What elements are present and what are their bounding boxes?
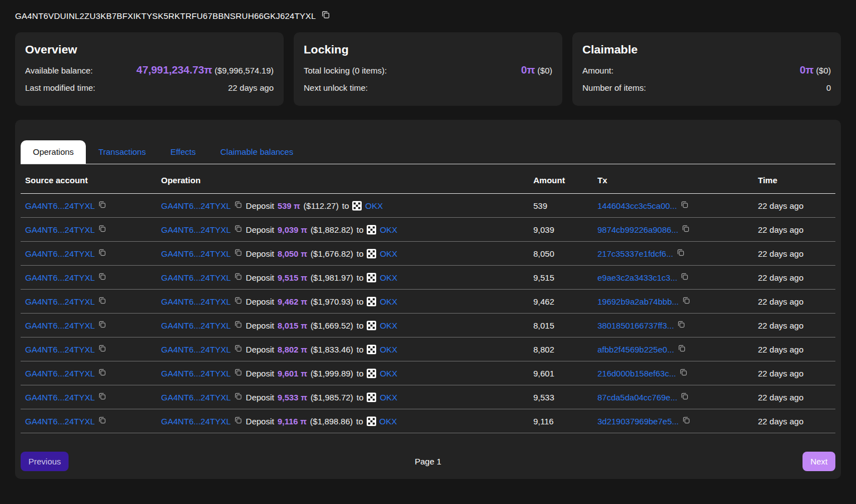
source-account-link[interactable]: GA4NT6...24TYXL [25,273,95,282]
operation-account-link[interactable]: GA4NT6...24TYXL [161,393,231,402]
tx-hash-link[interactable]: 217c35337e1fdcf6... [597,249,673,258]
okx-exchange-link[interactable]: OKX [380,393,397,402]
copy-source-button[interactable] [98,320,106,330]
copy-source-button[interactable] [98,416,106,426]
okx-exchange-link[interactable]: OKX [365,201,383,211]
operation-to-label: to [357,249,364,258]
copy-tx-button[interactable] [682,416,690,426]
operation-account-link[interactable]: GA4NT6...24TYXL [161,321,231,330]
locking-card: Locking Total locking (0 items): 0π ($0)… [294,32,562,106]
okx-logo-icon [367,297,376,306]
operation-account-link[interactable]: GA4NT6...24TYXL [161,201,231,211]
source-account-link[interactable]: GA4NT6...24TYXL [25,321,95,330]
copy-tx-button[interactable] [677,248,685,258]
okx-logo-icon [352,201,362,211]
operation-account-link[interactable]: GA4NT6...24TYXL [161,369,231,378]
tab-operations[interactable]: Operations [21,140,86,164]
tab-effects[interactable]: Effects [158,140,208,164]
amount-cell: 8,802 [533,337,597,361]
source-account-link[interactable]: GA4NT6...24TYXL [25,369,95,378]
copy-operation-account-button[interactable] [234,200,242,211]
operation-account-link[interactable]: GA4NT6...24TYXL [161,417,231,426]
available-balance-value: 47,991,234.73π ($9,996,574.19) [137,64,274,76]
source-account-link[interactable]: GA4NT6...24TYXL [25,393,95,402]
tx-hash-link[interactable]: 9874cb99226a9086... [597,225,678,234]
copy-operation-account-button[interactable] [234,224,242,234]
source-account-link[interactable]: GA4NT6...24TYXL [25,201,95,211]
amount-cell: 8,050 [533,242,597,266]
previous-page-button[interactable]: Previous [21,452,69,471]
copy-tx-button[interactable] [680,200,689,211]
copy-operation-account-button[interactable] [234,296,242,306]
okx-logo-icon [367,249,376,258]
operation-action-label: Deposit [246,201,274,211]
operation-account-link[interactable]: GA4NT6...24TYXL [161,249,231,258]
copy-icon [98,248,106,258]
copy-tx-button[interactable] [680,272,689,282]
okx-logo-icon [367,369,376,378]
copy-source-button[interactable] [98,272,106,282]
copy-icon [98,392,106,402]
operation-account-link[interactable]: GA4NT6...24TYXL [161,297,231,306]
tx-hash-link[interactable]: 216d000b158ef63c... [597,369,676,378]
copy-tx-button[interactable] [679,368,688,378]
copy-operation-account-button[interactable] [234,248,242,258]
copy-source-button[interactable] [98,344,106,354]
operation-action-label: Deposit [246,225,274,234]
operation-to-label: to [357,369,364,378]
copy-tx-button[interactable] [682,296,690,306]
copy-source-button[interactable] [98,200,106,211]
copy-source-button[interactable] [98,368,106,378]
copy-tx-button[interactable] [680,392,689,402]
column-header-time: Time [758,164,835,194]
tx-hash-link[interactable]: 87cda5da04cc769e... [597,393,677,402]
copy-source-button[interactable] [98,392,106,402]
source-account-link[interactable]: GA4NT6...24TYXL [25,417,95,426]
tx-hash-link[interactable]: 19692b9a2ab74bbb... [597,297,679,306]
copy-icon [98,416,106,426]
operation-account-link[interactable]: GA4NT6...24TYXL [161,273,231,282]
okx-logo-icon [367,417,376,426]
tab-claimable-balances[interactable]: Claimable balances [208,140,305,164]
operation-account-link[interactable]: GA4NT6...24TYXL [161,225,231,234]
operation-usd-amount: ($1,882.82) [310,225,353,234]
okx-exchange-link[interactable]: OKX [380,273,397,282]
tab-transactions[interactable]: Transactions [86,140,158,164]
operation-usd-amount: ($1,985.72) [310,393,353,402]
next-page-button[interactable]: Next [802,452,835,471]
copy-operation-account-button[interactable] [234,272,242,282]
tx-hash-link[interactable]: 3d219037969be7e5... [597,417,679,426]
copy-source-button[interactable] [98,248,106,258]
copy-operation-account-button[interactable] [234,392,242,402]
copy-operation-account-button[interactable] [234,320,242,330]
source-account-link[interactable]: GA4NT6...24TYXL [25,345,95,354]
okx-exchange-link[interactable]: OKX [380,369,397,378]
tx-hash-link[interactable]: 1446043cc3c5ca00... [597,201,677,211]
table-row: GA4NT6...24TYXL GA4NT6...24TYXL [21,337,835,361]
okx-exchange-link[interactable]: OKX [380,297,397,306]
okx-exchange-link[interactable]: OKX [380,321,397,330]
tx-hash-link[interactable]: 3801850166737ff3... [597,321,674,330]
copy-address-button[interactable] [321,10,330,21]
copy-tx-button[interactable] [678,344,686,354]
copy-source-button[interactable] [98,296,106,306]
time-cell: 22 days ago [758,409,835,433]
okx-exchange-link[interactable]: OKX [380,417,397,426]
page-indicator: Page 1 [415,457,441,466]
tx-hash-link[interactable]: afbb2f4569b225e0... [597,345,674,354]
copy-tx-button[interactable] [677,320,685,330]
source-account-link[interactable]: GA4NT6...24TYXL [25,225,95,234]
source-account-link[interactable]: GA4NT6...24TYXL [25,297,95,306]
okx-exchange-link[interactable]: OKX [380,249,397,258]
tx-hash-link[interactable]: e9ae3c2a3433c1c3... [597,273,677,282]
copy-operation-account-button[interactable] [234,344,242,354]
copy-source-button[interactable] [98,224,106,234]
copy-operation-account-button[interactable] [234,416,242,426]
okx-exchange-link[interactable]: OKX [380,345,397,354]
copy-icon [234,224,242,234]
source-account-link[interactable]: GA4NT6...24TYXL [25,249,95,258]
okx-exchange-link[interactable]: OKX [380,225,397,234]
copy-operation-account-button[interactable] [234,368,242,378]
copy-tx-button[interactable] [682,224,690,234]
operation-account-link[interactable]: GA4NT6...24TYXL [161,345,231,354]
